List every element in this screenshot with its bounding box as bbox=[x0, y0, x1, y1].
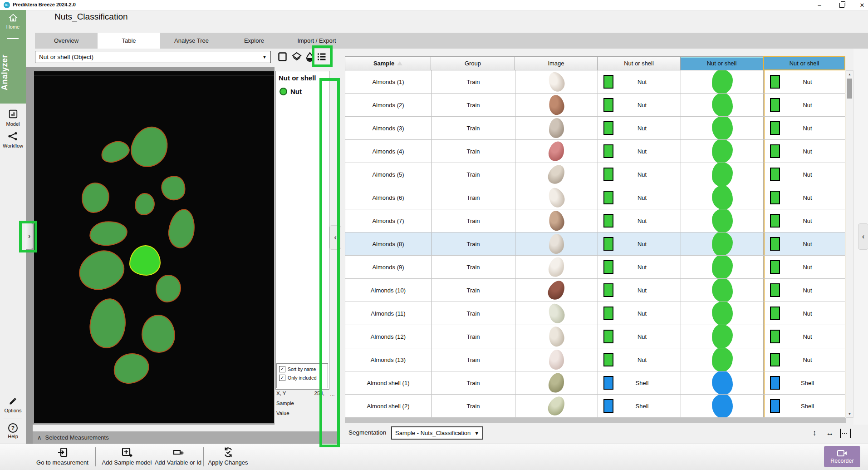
image-cell bbox=[515, 279, 598, 302]
classification-cell-2: Nut bbox=[764, 140, 845, 163]
add-sample-model-button[interactable]: Add Sample model bbox=[101, 447, 153, 469]
object-variable-dropdown[interactable]: Nut or shell (Object) ▼ bbox=[35, 51, 271, 63]
nut-blob[interactable] bbox=[82, 183, 109, 213]
analyzer-section-label[interactable]: Analyzer bbox=[0, 43, 26, 102]
action-label: Go to measurement bbox=[36, 459, 88, 466]
collapse-legend-panel-handle[interactable]: ‹ bbox=[329, 225, 341, 250]
table-row[interactable]: Almonds (4) Train Nut Nut bbox=[345, 140, 845, 163]
nut-blob[interactable] bbox=[156, 275, 181, 302]
column-header-sample[interactable]: Sample bbox=[345, 56, 431, 70]
sort-by-name-option[interactable]: ✓ Sort by name bbox=[279, 366, 328, 372]
sidebar-item-model[interactable]: Model bbox=[0, 109, 26, 127]
nut-blob[interactable] bbox=[142, 315, 175, 353]
segmentation-dropdown[interactable]: Sample - Nuts_Classification ▼ bbox=[391, 426, 483, 440]
sort-by-name-checkbox[interactable]: ✓ bbox=[279, 366, 285, 372]
tab-analyse-tree[interactable]: Analyse Tree bbox=[160, 33, 223, 49]
table-row[interactable]: Almonds (11) Train Nut Nut bbox=[345, 302, 845, 325]
mask-cell bbox=[681, 348, 764, 371]
column-header-nut-or-shell-2[interactable]: Nut or shell bbox=[681, 56, 763, 70]
sidebar-item-home[interactable]: Home bbox=[0, 14, 26, 30]
sample-image[interactable] bbox=[34, 71, 274, 423]
contrast-view-button[interactable] bbox=[304, 49, 316, 64]
fit-column-width-button[interactable] bbox=[840, 429, 851, 438]
list-view-button[interactable] bbox=[315, 49, 328, 64]
table-horizontal-scrollbar[interactable] bbox=[345, 418, 846, 423]
expand-right-panel-handle[interactable]: ‹ bbox=[858, 223, 868, 250]
table-row[interactable]: Almonds (10) Train Nut Nut bbox=[345, 279, 845, 302]
app-title: Prediktera Breeze 2024.2.0 bbox=[13, 2, 76, 7]
restore-button[interactable] bbox=[834, 0, 849, 10]
restore-icon bbox=[839, 3, 844, 8]
close-button[interactable]: ✕ bbox=[856, 0, 868, 10]
expand-left-panel-handle[interactable]: › bbox=[25, 223, 33, 249]
scroll-down-button[interactable]: ▼ bbox=[846, 411, 853, 417]
scroll-up-button[interactable]: ▲ bbox=[846, 71, 853, 78]
go-to-measurement-button[interactable]: Go to measurement bbox=[36, 447, 88, 469]
selected-nut-blob[interactable] bbox=[129, 245, 161, 276]
table-row[interactable]: Almond shell (2) Train Shell Shell bbox=[345, 395, 845, 418]
group-cell: Train bbox=[432, 140, 515, 163]
only-included-option[interactable]: ✓ Only included bbox=[279, 375, 328, 381]
table-row[interactable]: Almonds (5) Train Nut Nut bbox=[345, 163, 845, 186]
nut-blob[interactable] bbox=[74, 245, 129, 295]
nut-blob[interactable] bbox=[135, 193, 155, 215]
recorder-button[interactable]: Recorder bbox=[824, 446, 860, 467]
column-header-image[interactable]: Image bbox=[515, 56, 598, 70]
group-cell: Train bbox=[432, 186, 515, 209]
table-row[interactable]: Almonds (7) Train Nut Nut bbox=[345, 209, 845, 233]
legend-item-nut[interactable]: Nut bbox=[280, 88, 302, 95]
table-row[interactable]: Almonds (3) Train Nut Nut bbox=[345, 117, 845, 140]
nut-blob[interactable] bbox=[111, 350, 152, 387]
tab-explore[interactable]: Explore bbox=[223, 33, 285, 49]
sidebar-item-workflow[interactable]: Workflow bbox=[0, 132, 26, 148]
only-included-checkbox[interactable]: ✓ bbox=[279, 375, 285, 381]
classification-cell-2: Nut bbox=[764, 70, 845, 93]
table-row[interactable]: Almonds (2) Train Nut Nut bbox=[345, 94, 845, 117]
square-view-button[interactable] bbox=[276, 49, 289, 64]
class-color-swatch bbox=[770, 121, 780, 135]
column-header-group[interactable]: Group bbox=[431, 56, 515, 70]
sidebar-item-label: Model bbox=[0, 121, 26, 127]
fit-height-button[interactable]: ↕ bbox=[809, 428, 820, 439]
selected-measurements-bar[interactable]: ∧ Selected Measurements bbox=[33, 431, 338, 444]
status-value: 254, bbox=[314, 391, 324, 396]
nut-blob[interactable] bbox=[98, 138, 132, 165]
tab-overview[interactable]: Overview bbox=[35, 33, 98, 49]
nut-blob[interactable] bbox=[88, 297, 128, 350]
table-row[interactable]: Almonds (1) Train Nut Nut bbox=[345, 70, 845, 94]
classification-cell-2: Nut bbox=[764, 279, 845, 302]
table-row[interactable]: Almonds (8) Train Nut Nut bbox=[345, 233, 845, 256]
table-row[interactable]: Almond shell (1) Train Shell Shell bbox=[345, 371, 845, 395]
add-variable-icon bbox=[172, 447, 184, 458]
tab-import-export[interactable]: Import / Export bbox=[285, 33, 348, 49]
add-variable-or-id-button[interactable]: Add Variable or Id bbox=[152, 447, 204, 469]
table-row[interactable]: Almonds (6) Train Nut Nut bbox=[345, 186, 845, 209]
scrollbar-thumb[interactable] bbox=[847, 79, 852, 99]
minimize-button[interactable]: – bbox=[812, 0, 827, 10]
tab-table[interactable]: Table bbox=[98, 33, 160, 49]
nut-blob[interactable] bbox=[166, 207, 197, 250]
table-row[interactable]: Almonds (12) Train Nut Nut bbox=[345, 325, 845, 348]
table-vertical-scrollbar[interactable]: ▲ ▼ bbox=[846, 70, 853, 418]
mask-cell bbox=[681, 395, 764, 417]
apply-changes-button[interactable]: Apply Changes bbox=[206, 447, 250, 469]
table-row[interactable]: Almonds (9) Train Nut Nut bbox=[345, 256, 845, 279]
column-header-nut-or-shell-1[interactable]: Nut or shell bbox=[598, 56, 681, 70]
column-header-nut-or-shell-3[interactable]: Nut or shell bbox=[763, 56, 845, 70]
sample-cell: Almonds (2) bbox=[345, 94, 432, 116]
classification-cell: Nut bbox=[598, 117, 681, 139]
sidebar-item-help[interactable]: ? Help bbox=[0, 423, 26, 439]
recorder-label: Recorder bbox=[830, 458, 853, 464]
class-color-swatch bbox=[603, 191, 613, 204]
action-label: Add Sample model bbox=[102, 459, 152, 466]
segmentation-value: Sample - Nuts_Classification bbox=[395, 430, 471, 436]
table-row[interactable]: Almonds (13) Train Nut Nut bbox=[345, 348, 845, 371]
layers-view-button[interactable] bbox=[290, 49, 303, 64]
nut-blob[interactable] bbox=[127, 122, 172, 171]
fit-width-button[interactable]: ↔ bbox=[824, 428, 836, 439]
nut-blob[interactable] bbox=[160, 174, 187, 202]
nut-blob[interactable] bbox=[88, 219, 128, 247]
sidebar-item-options[interactable]: Options bbox=[0, 396, 26, 413]
mask-cell bbox=[681, 325, 764, 348]
image-cell bbox=[515, 163, 598, 186]
